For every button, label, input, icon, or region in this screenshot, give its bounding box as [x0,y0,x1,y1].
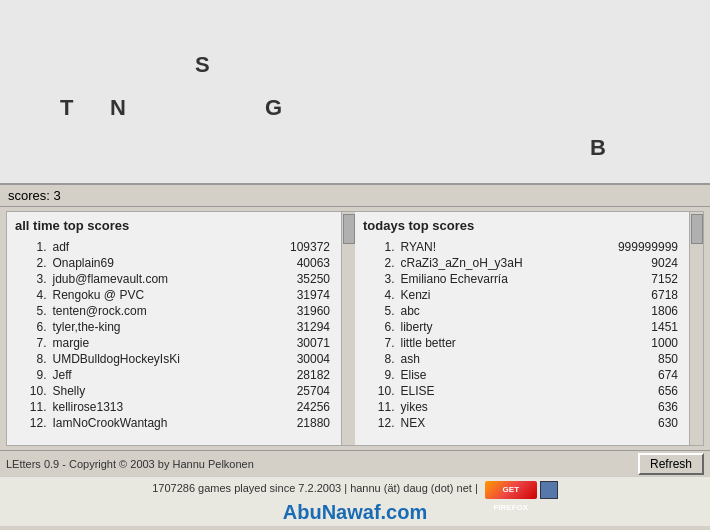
table-row: 5.tenten@rock.com31960 [15,303,333,319]
todays-panel: todays top scores 1.RYAN!9999999992.cRaZ… [355,212,689,445]
table-row: 11.kellirose131324256 [15,399,333,415]
table-row: 10.ELISE656 [363,383,681,399]
table-row: 7.little better1000 [363,335,681,351]
all-time-panel: all time top scores 1.adf1093722.Onaplai… [7,212,341,445]
firefox-badge[interactable]: GET FIREFOX [485,481,537,499]
table-row: 1.adf109372 [15,239,333,255]
footer: 1707286 games played since 7.2.2003 | ha… [0,476,710,526]
table-row: 1.RYAN!999999999 [363,239,681,255]
bottom-bar: LEtters 0.9 - Copyright © 2003 by Hannu … [0,450,710,476]
scores-container: all time top scores 1.adf1093722.Onaplai… [6,211,704,446]
table-row: 6.tyler,the-king31294 [15,319,333,335]
floating-letter-n: N [110,95,126,121]
scrollbar-thumb[interactable] [343,214,355,244]
footer-stats-text: 1707286 games played since 7.2.2003 | ha… [152,482,478,494]
table-row: 9.Jeff28182 [15,367,333,383]
todays-scrollbar[interactable] [689,212,703,445]
table-row: 4.Rengoku @ PVC31974 [15,287,333,303]
copyright-text: LEtters 0.9 - Copyright © 2003 by Hannu … [6,458,254,470]
table-row: 7.margie30071 [15,335,333,351]
game-area: SNTGB [0,0,710,185]
floating-letter-b: B [590,135,606,161]
table-row: 10.Shelly25704 [15,383,333,399]
todays-title: todays top scores [363,218,681,233]
table-row: 4.Kenzi6718 [363,287,681,303]
floating-letter-g: G [265,95,282,121]
score-bar: scores: 3 [0,185,710,207]
table-row: 12.IamNoCrookWantagh21880 [15,415,333,431]
footer-brand: AbuNawaf.com [0,501,710,524]
refresh-button[interactable]: Refresh [638,453,704,475]
table-row: 9.Elise674 [363,367,681,383]
table-row: 2.cRaZi3_aZn_oH_y3aH9024 [363,255,681,271]
all-time-scrollbar[interactable] [341,212,355,445]
scrollbar-thumb-2[interactable] [691,214,703,244]
table-row: 5.abc1806 [363,303,681,319]
table-row: 3.jdub@flamevault.com35250 [15,271,333,287]
all-time-table: 1.adf1093722.Onaplain69400633.jdub@flame… [15,239,333,431]
footer-stats: 1707286 games played since 7.2.2003 | ha… [0,481,710,499]
floating-letter-t: T [60,95,73,121]
stats-icon [540,481,558,499]
todays-table: 1.RYAN!9999999992.cRaZi3_aZn_oH_y3aH9024… [363,239,681,431]
floating-letter-s: S [195,52,210,78]
table-row: 2.Onaplain6940063 [15,255,333,271]
table-row: 3.Emiliano Echevarría7152 [363,271,681,287]
table-row: 12.NEX630 [363,415,681,431]
table-row: 8.ash850 [363,351,681,367]
table-row: 11.yikes636 [363,399,681,415]
footer-icons: GET FIREFOX [485,481,558,499]
table-row: 8.UMDBulldogHockeyIsKi30004 [15,351,333,367]
score-value: 3 [54,188,61,203]
table-row: 6.liberty1451 [363,319,681,335]
score-label: scores: [8,188,50,203]
all-time-title: all time top scores [15,218,333,233]
